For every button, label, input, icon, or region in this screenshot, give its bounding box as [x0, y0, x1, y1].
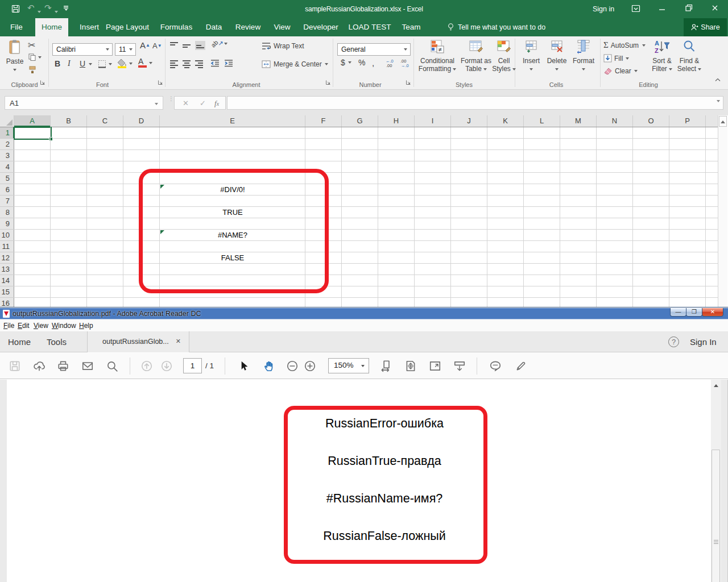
column-header-l[interactable]: L: [524, 115, 560, 127]
underline-caret[interactable]: [89, 63, 92, 65]
upload-cloud-icon[interactable]: [33, 360, 46, 372]
row-header-4[interactable]: 4: [0, 161, 14, 173]
acrobat-tab-home[interactable]: Home: [8, 331, 31, 352]
excel-scroll-up-button[interactable]: [719, 116, 727, 127]
grid[interactable]: #DIV/0!TRUE#NAME?FALSE: [14, 127, 718, 308]
align-center-button[interactable]: [183, 59, 191, 69]
column-header-o[interactable]: O: [633, 115, 669, 127]
acrobat-document-tab[interactable]: outputRussianGlob... ✕: [87, 331, 189, 352]
formula-expand-icon[interactable]: [717, 100, 720, 102]
zoom-out-icon[interactable]: [286, 360, 299, 372]
fill-color-button[interactable]: [117, 59, 133, 68]
column-header-m[interactable]: M: [560, 115, 597, 127]
font-dialog-launcher[interactable]: [158, 80, 163, 85]
column-header-g[interactable]: G: [342, 115, 378, 127]
excel-tab-file[interactable]: File: [10, 18, 23, 36]
zoom-level-select[interactable]: 150%: [328, 358, 369, 373]
column-header-i[interactable]: I: [415, 115, 451, 127]
excel-tab-home[interactable]: Home: [35, 18, 68, 36]
acrobat-signin[interactable]: Sign In: [690, 331, 717, 352]
number-dialog-launcher[interactable]: [406, 80, 411, 85]
acrobat-maximize-button[interactable]: ❐: [686, 308, 702, 317]
email-icon[interactable]: [81, 360, 94, 372]
fit-width-icon[interactable]: [429, 360, 441, 372]
formula-bar-divider[interactable]: ⋮: [168, 97, 170, 109]
comment-icon[interactable]: [489, 360, 502, 372]
excel-tab-insert[interactable]: Insert: [80, 18, 99, 36]
row-header-1[interactable]: 1: [0, 127, 14, 139]
font-color-button[interactable]: A: [138, 58, 152, 68]
acrobat-minimize-button[interactable]: —: [670, 308, 686, 317]
percent-style-button[interactable]: %: [358, 58, 365, 67]
accounting-format-button[interactable]: $: [341, 58, 351, 67]
acrobat-menu-view[interactable]: View: [34, 322, 48, 330]
format-painter-button[interactable]: [28, 66, 36, 74]
excel-tab-formulas[interactable]: Formulas: [160, 18, 192, 36]
wrap-text-button[interactable]: Wrap Text: [262, 42, 304, 50]
share-button[interactable]: Share: [684, 18, 727, 36]
paste-button[interactable]: Paste: [5, 40, 25, 73]
row-header-9[interactable]: 9: [0, 218, 14, 230]
cell-styles-button[interactable]: Cell Styles: [490, 39, 518, 73]
excel-minimize-button[interactable]: [656, 3, 668, 14]
font-name-select[interactable]: Calibri: [52, 43, 113, 56]
shrink-font-button[interactable]: A▼: [152, 41, 162, 50]
acrobat-menu-window[interactable]: Window: [52, 322, 76, 330]
number-format-select[interactable]: General: [337, 43, 411, 56]
excel-tab-review[interactable]: Review: [235, 18, 260, 36]
row-header-2[interactable]: 2: [0, 139, 14, 150]
search-icon[interactable]: [106, 360, 118, 372]
column-header-c[interactable]: C: [87, 115, 123, 127]
increase-decimal-button[interactable]: ←.0.00: [386, 58, 397, 67]
column-header-d[interactable]: D: [123, 115, 160, 127]
pdf-vscrollbar[interactable]: [711, 380, 721, 582]
row-header-15[interactable]: 15: [0, 286, 14, 298]
excel-tab-data[interactable]: Data: [206, 18, 222, 36]
row-header-5[interactable]: 5: [0, 173, 14, 184]
pdf-scroll-thumb[interactable]: [712, 450, 720, 582]
selected-cell-a1[interactable]: [14, 127, 52, 140]
insert-cells-button[interactable]: Insert: [519, 39, 544, 73]
excel-close-button[interactable]: [709, 3, 721, 14]
align-middle-button[interactable]: [183, 41, 191, 49]
column-header-a[interactable]: A: [14, 115, 51, 127]
decrease-decimal-button[interactable]: .00→.0: [400, 58, 412, 67]
font-size-select[interactable]: 11: [115, 43, 136, 56]
alignment-dialog-launcher[interactable]: [325, 80, 331, 85]
row-header-3[interactable]: 3: [0, 150, 14, 161]
highlight-icon[interactable]: [515, 360, 527, 372]
clear-button[interactable]: Clear: [603, 67, 638, 75]
print-icon[interactable]: [57, 360, 69, 372]
copy-button[interactable]: [28, 53, 42, 61]
sort-filter-button[interactable]: AZ Sort & Filter: [648, 39, 676, 73]
italic-button[interactable]: I: [68, 59, 71, 68]
align-left-button[interactable]: [170, 59, 178, 69]
excel-tab-developer[interactable]: Developer: [303, 18, 338, 36]
collapse-ribbon-icon[interactable]: [714, 77, 721, 83]
row-header-12[interactable]: 12: [0, 252, 14, 264]
excel-tab-view[interactable]: View: [274, 18, 290, 36]
column-header-n[interactable]: N: [597, 115, 633, 127]
underline-button[interactable]: U: [80, 59, 85, 68]
merge-center-button[interactable]: Merge & Center: [262, 60, 328, 68]
acrobat-tab-tools[interactable]: Tools: [47, 331, 67, 352]
format-as-table-button[interactable]: Format as Table: [458, 39, 494, 73]
column-header-k[interactable]: K: [487, 115, 524, 127]
next-page-icon[interactable]: [160, 360, 173, 372]
row-header-14[interactable]: 14: [0, 275, 14, 286]
formula-input[interactable]: [227, 96, 723, 110]
excel-signin[interactable]: Sign in: [593, 5, 614, 13]
previous-page-icon[interactable]: [140, 360, 153, 372]
increase-indent-button[interactable]: [224, 59, 233, 67]
acrobat-menu-edit[interactable]: Edit: [18, 322, 30, 330]
excel-tab-load-test[interactable]: LOAD TEST: [349, 18, 391, 36]
row-header-7[interactable]: 7: [0, 196, 14, 207]
column-header-e[interactable]: E: [160, 115, 305, 127]
row-header-6[interactable]: 6: [0, 184, 14, 196]
cancel-entry-icon[interactable]: ✕: [183, 99, 189, 107]
row-header-8[interactable]: 8: [0, 207, 14, 218]
format-cells-button[interactable]: Format: [570, 39, 597, 73]
hand-tool-icon[interactable]: [263, 360, 275, 372]
column-header-h[interactable]: H: [378, 115, 415, 127]
align-right-button[interactable]: [195, 59, 203, 69]
